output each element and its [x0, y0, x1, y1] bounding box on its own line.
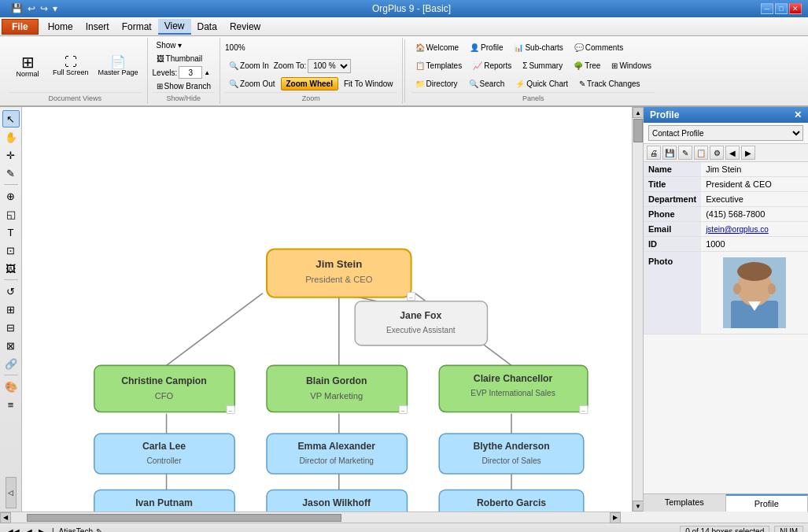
nav-first-button[interactable]: ◀◀: [5, 527, 22, 532]
toolbar-expand[interactable]: ◁: [6, 477, 17, 508]
directory-button[interactable]: 📁 Directory: [411, 78, 462, 90]
file-menu[interactable]: File: [2, 19, 39, 35]
show-button[interactable]: Show ▾: [153, 39, 186, 51]
insert-menu[interactable]: Insert: [79, 19, 116, 35]
style-tool[interactable]: ≡: [2, 396, 20, 413]
org-chart-svg: Jim Stein President & CEO − Jane Fox Exe…: [22, 107, 632, 512]
scroll-up-button[interactable]: ▲: [633, 107, 643, 118]
scroll-down-button[interactable]: ▼: [633, 501, 643, 512]
show-branch-row: ⊞ Show Branch: [153, 80, 215, 92]
dmkt-name-text[interactable]: Emma Alexander: [297, 441, 375, 452]
vertical-scrollbar[interactable]: ▲ ▼: [632, 107, 643, 512]
cfo-name-text[interactable]: Christine Campion: [121, 375, 207, 386]
nav-prev-button[interactable]: ◀: [24, 527, 35, 532]
ea-name-text[interactable]: Jane Fox: [400, 310, 441, 321]
connect-tool[interactable]: ⊡: [2, 242, 20, 259]
comments-button[interactable]: 💬 Comments: [570, 42, 627, 54]
view-menu[interactable]: View: [158, 19, 191, 35]
image-tool[interactable]: 🖼: [2, 260, 20, 277]
search-button[interactable]: 🔍 Search: [465, 78, 509, 90]
dpr-name-text[interactable]: Jason Wilkhoff: [302, 497, 371, 508]
close-button[interactable]: ✕: [789, 3, 802, 14]
sub-charts-button[interactable]: 📊 Sub-charts: [510, 42, 566, 54]
review-menu[interactable]: Review: [223, 19, 267, 35]
masterpage-button[interactable]: 📄 Master Page: [94, 54, 142, 79]
panel-edit-button[interactable]: ✎: [678, 146, 692, 160]
vpm-name-text[interactable]: Blain Gordon: [306, 375, 367, 386]
panel-print-button[interactable]: 🖨: [647, 146, 661, 160]
profile-type-select[interactable]: Contact Profile: [648, 125, 803, 141]
levels-spinner-up[interactable]: ▲: [204, 69, 210, 76]
minimize-button[interactable]: ─: [761, 3, 773, 14]
profile-tab[interactable]: Profile: [726, 494, 809, 512]
mdir-name-text[interactable]: Roberto Garcis: [477, 497, 546, 508]
rotate-tool[interactable]: ↺: [2, 283, 20, 300]
fullscreen-button[interactable]: ⛶ Full Screen: [49, 54, 93, 79]
qat-dropdown[interactable]: ▾: [51, 2, 59, 16]
qat-undo[interactable]: ↩: [26, 2, 37, 16]
format-tool[interactable]: 🎨: [2, 378, 20, 395]
add-child-tool[interactable]: ⊞: [2, 301, 20, 318]
profile-button[interactable]: 👤 Profile: [466, 42, 507, 54]
nav-next-button[interactable]: ▶: [36, 527, 47, 532]
windows-button[interactable]: ⊞ Windows: [607, 60, 655, 72]
delete-tool[interactable]: ⊠: [2, 337, 20, 354]
panel-copy-button[interactable]: 📋: [694, 146, 708, 160]
dsal-name-text[interactable]: Blythe Anderson: [473, 441, 549, 452]
show-branch-button[interactable]: ⊞ Show Branch: [153, 80, 215, 92]
qat-save[interactable]: 💾: [9, 2, 24, 16]
templates-tab[interactable]: Templates: [644, 494, 726, 512]
dept-label: Department: [644, 192, 701, 207]
panel-settings-button[interactable]: ⚙: [710, 146, 724, 160]
comments-label: Comments: [585, 43, 623, 52]
track-changes-button[interactable]: ✎ Track Changes: [575, 78, 644, 90]
zoom-wheel-button[interactable]: Zoom Wheel: [281, 77, 338, 91]
panel-forward-button[interactable]: ▶: [741, 146, 755, 160]
zoom-tool[interactable]: ⊕: [2, 187, 20, 205]
home-menu[interactable]: Home: [42, 19, 79, 35]
scroll-thumb[interactable]: [633, 119, 643, 142]
email-link[interactable]: jstein@orgplus.co: [706, 225, 769, 234]
ctrl-name-text[interactable]: Carla Lee: [142, 441, 186, 452]
zoom-select[interactable]: 100 % 75 % 50 % 150 %: [308, 59, 351, 73]
edit-icon[interactable]: ✎: [96, 527, 102, 532]
draw-tool[interactable]: ✎: [2, 164, 20, 182]
percent-label: 100%: [225, 43, 245, 52]
format-menu[interactable]: Format: [116, 19, 158, 35]
add-sibling-tool[interactable]: ⊟: [2, 319, 20, 336]
thumbnail-button[interactable]: 🖼 Thumbnail: [153, 53, 207, 65]
fit-to-window-button[interactable]: Fit To Window: [340, 78, 397, 90]
panel-close-button[interactable]: ✕: [794, 109, 802, 120]
summary-button[interactable]: Σ Summary: [518, 60, 566, 72]
link-tool[interactable]: 🔗: [2, 355, 20, 372]
pan-tool[interactable]: ✋: [2, 128, 20, 146]
frame-tool[interactable]: ◱: [2, 205, 20, 223]
reports-button[interactable]: 📈 Reports: [469, 60, 515, 72]
email-value[interactable]: jstein@orgplus.co: [701, 222, 808, 237]
title-value: President & CEO: [701, 177, 808, 192]
zoom-out-button[interactable]: 🔍 Zoom Out: [225, 78, 279, 90]
fullscreen-icon: ⛶: [65, 56, 77, 68]
hscroll-left-button[interactable]: ◀: [0, 512, 11, 523]
select-tool[interactable]: ↖: [2, 110, 20, 127]
zoom-in-button[interactable]: 🔍 Zoom In: [225, 60, 273, 72]
evp-name-text[interactable]: Claire Chancellor: [474, 373, 553, 384]
move-tool[interactable]: ✛: [2, 146, 20, 164]
zoom-to-row: Zoom To: 100 % 75 % 50 % 150 %: [274, 59, 352, 73]
welcome-button[interactable]: 🏠 Welcome: [411, 42, 463, 54]
tree-button[interactable]: 🌳 Tree: [570, 60, 604, 72]
ceo-name-text[interactable]: Jim Stein: [315, 258, 362, 270]
text-tool[interactable]: T: [2, 224, 20, 241]
dops-name-text[interactable]: Ivan Putnam: [135, 497, 193, 508]
panel-save-button[interactable]: 💾: [662, 146, 677, 160]
data-menu[interactable]: Data: [191, 19, 223, 35]
hscroll-thumb[interactable]: [27, 514, 341, 522]
levels-input[interactable]: [179, 66, 202, 79]
hscroll-right-button[interactable]: ▶: [610, 512, 621, 523]
qat-redo[interactable]: ↪: [39, 2, 50, 16]
quick-chart-button[interactable]: ⚡ Quick Chart: [511, 78, 572, 90]
panel-back-button[interactable]: ◀: [725, 146, 740, 160]
normal-view-button[interactable]: ⊞ Normal: [8, 50, 47, 82]
templates-button[interactable]: 📋 Templates: [411, 60, 467, 72]
maximize-button[interactable]: □: [775, 3, 788, 14]
